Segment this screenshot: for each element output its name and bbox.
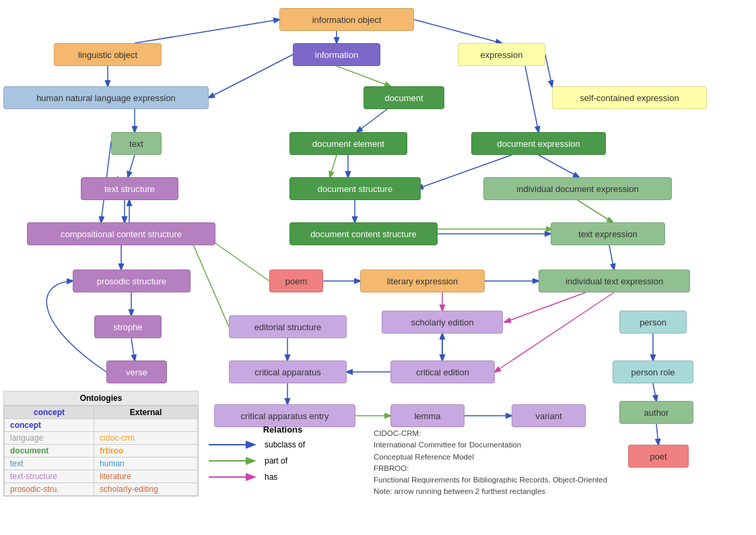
legend-box: Ontologies concept External concept lang… bbox=[3, 391, 199, 497]
node-expression[interactable]: expression bbox=[458, 43, 545, 66]
svg-line-2 bbox=[135, 20, 279, 43]
info-line-4: Functional Requirements for Bibliographi… bbox=[374, 476, 607, 484]
info-text: CIDOC-CRM: International Committee for D… bbox=[374, 428, 730, 498]
svg-line-37 bbox=[330, 155, 337, 177]
node-hnle[interactable]: human natural language expression bbox=[3, 86, 209, 109]
relations-box: Relations subclass of bbox=[205, 424, 360, 486]
node-person-role[interactable]: person role bbox=[613, 360, 693, 383]
info-line-5: Note: arrow running between 2 furthest r… bbox=[374, 487, 545, 495]
relations-title: Relations bbox=[205, 424, 360, 435]
svg-line-3 bbox=[545, 55, 552, 86]
node-text[interactable]: text bbox=[111, 132, 162, 155]
svg-line-32 bbox=[653, 383, 656, 401]
has-arrow bbox=[205, 470, 259, 484]
svg-line-29 bbox=[505, 292, 586, 322]
node-verse[interactable]: verse bbox=[106, 360, 167, 383]
legend-row-concept: concept bbox=[5, 419, 198, 432]
node-editorial[interactable]: editorial structure bbox=[229, 315, 347, 338]
node-indiv-text-expr[interactable]: individual text expression bbox=[539, 270, 690, 292]
node-author[interactable]: author bbox=[619, 401, 693, 424]
node-scholarly[interactable]: scholarly edition bbox=[382, 311, 503, 334]
svg-line-7 bbox=[209, 55, 293, 98]
partof-arrow bbox=[205, 454, 259, 468]
svg-line-9 bbox=[357, 109, 387, 132]
relation-has: has bbox=[205, 470, 360, 484]
node-crit-app-entry[interactable]: critical apparatus entry bbox=[214, 404, 355, 427]
info-line-0: CIDOC-CRM: bbox=[374, 429, 421, 437]
node-linguistic-object[interactable]: linguistic object bbox=[54, 43, 162, 66]
node-indiv-doc-expr[interactable]: individual document expression bbox=[483, 177, 672, 200]
info-line-3: FRBROO: bbox=[374, 464, 409, 472]
svg-line-10 bbox=[539, 155, 579, 177]
node-info-object[interactable]: information object bbox=[279, 8, 414, 31]
legend-title: Ontologies bbox=[4, 391, 198, 406]
node-comp-content[interactable]: compositional content structure bbox=[27, 222, 215, 245]
node-text-structure[interactable]: text structure bbox=[81, 177, 178, 200]
node-variant[interactable]: variant bbox=[512, 404, 586, 427]
node-strophe[interactable]: strophe bbox=[94, 315, 162, 338]
has-label: has bbox=[265, 472, 277, 482]
svg-line-19 bbox=[131, 338, 135, 360]
legend-row-text: text human bbox=[5, 458, 198, 470]
node-information[interactable]: information bbox=[293, 43, 380, 66]
node-crit-app[interactable]: critical apparatus bbox=[229, 360, 347, 383]
subclass-arrow bbox=[205, 438, 259, 451]
node-person[interactable]: person bbox=[619, 311, 687, 334]
svg-line-11 bbox=[128, 155, 135, 177]
svg-line-6 bbox=[337, 66, 390, 86]
node-doc-content[interactable]: document content structure bbox=[289, 222, 438, 245]
legend-row-language: language cidoc-crm bbox=[5, 432, 198, 445]
node-prosodic[interactable]: prosodic structure bbox=[73, 270, 191, 292]
relation-partof: part of bbox=[205, 454, 360, 468]
legend-row-text-structure: text-structure literature bbox=[5, 470, 198, 483]
legend-table: concept External concept language cidoc-… bbox=[4, 406, 198, 496]
node-lemma[interactable]: lemma bbox=[390, 404, 465, 427]
subclass-label: subclass of bbox=[265, 440, 305, 449]
info-line-2: Conceptual Reference Model bbox=[374, 453, 474, 461]
svg-line-27 bbox=[609, 245, 614, 270]
node-self-contained[interactable]: self-contained expression bbox=[552, 86, 707, 109]
node-literary-expr[interactable]: literary expression bbox=[360, 270, 485, 292]
svg-line-4 bbox=[525, 66, 539, 132]
svg-line-20 bbox=[188, 234, 229, 327]
legend-col1: concept bbox=[5, 406, 94, 419]
svg-line-1 bbox=[414, 20, 502, 43]
node-doc-expression[interactable]: document expression bbox=[471, 132, 606, 155]
node-poem[interactable]: poem bbox=[269, 270, 323, 292]
legend-col2: External bbox=[94, 406, 198, 419]
info-line-1: International Committee for Documentatio… bbox=[374, 441, 521, 449]
svg-line-16 bbox=[578, 200, 613, 222]
legend-row-document: document frbroo bbox=[5, 445, 198, 458]
node-doc-element[interactable]: document element bbox=[289, 132, 407, 155]
partof-label: part of bbox=[265, 456, 287, 466]
node-doc-structure[interactable]: document structure bbox=[289, 177, 421, 200]
diagram-container: information objectinformationexpressionl… bbox=[0, 0, 756, 535]
node-crit-edition[interactable]: critical edition bbox=[390, 360, 495, 383]
node-document[interactable]: document bbox=[364, 86, 444, 109]
legend-row-prosodic: prosodic-stru. scholarly-editing bbox=[5, 483, 198, 496]
svg-line-30 bbox=[495, 292, 614, 372]
relation-subclass: subclass of bbox=[205, 438, 360, 451]
node-text-expression[interactable]: text expression bbox=[551, 222, 665, 245]
